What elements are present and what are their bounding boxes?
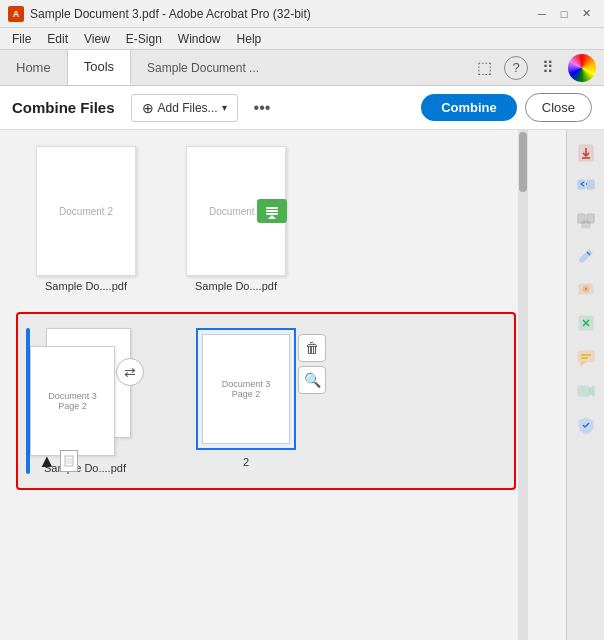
stacked-docs: Document 3 Page 1 Document 3 Page 2 ⇄ — [30, 328, 140, 458]
sidebar-tool-compress[interactable] — [571, 308, 601, 338]
sidebar-tool-export[interactable] — [571, 138, 601, 168]
svg-rect-16 — [582, 221, 590, 228]
tab-document[interactable]: Sample Document ... — [131, 50, 470, 85]
stacked-front-page: Document 3 Page 2 — [30, 346, 115, 456]
tab-bar: Home Tools Sample Document ... ⬚ ? ⠿ — [0, 50, 604, 86]
svg-point-20 — [585, 288, 587, 290]
content-area: Document 2 Sample Do....pdf Document 1 — [0, 130, 604, 640]
close-window-button[interactable]: ✕ — [576, 4, 596, 24]
sidebar-tool-shield[interactable] — [571, 410, 601, 440]
menu-bar: File Edit View E-Sign Window Help — [0, 28, 604, 50]
app-icon: A — [8, 6, 24, 22]
menu-file[interactable]: File — [4, 30, 39, 48]
right-doc-group: Document 3 Page 2 🗑 🔍 2 — [196, 328, 296, 468]
sidebar-tool-scan[interactable] — [571, 274, 601, 304]
scrollbar[interactable] — [518, 130, 528, 640]
cursor-doc-mini — [60, 450, 78, 472]
tab-tools[interactable]: Tools — [68, 50, 131, 85]
svg-rect-0 — [266, 207, 278, 209]
extract-icon[interactable] — [257, 199, 287, 223]
swap-button[interactable]: ⇄ — [116, 358, 144, 386]
doc-thumbnail-1: Document 2 — [36, 146, 136, 276]
add-files-button[interactable]: ⊕ Add Files... ▾ — [131, 94, 238, 122]
doc-label-2: Sample Do....pdf — [195, 280, 277, 292]
main-content: Document 2 Sample Do....pdf Document 1 — [0, 130, 566, 640]
doc-card-1[interactable]: Document 2 Sample Do....pdf — [36, 146, 136, 292]
action-icons: 🗑 🔍 — [298, 334, 326, 394]
toolbar: Combine Files ⊕ Add Files... ▾ ••• Combi… — [0, 86, 604, 130]
scrollbar-thumb[interactable] — [519, 132, 527, 192]
sidebar-tool-edit[interactable] — [571, 240, 601, 270]
menu-help[interactable]: Help — [229, 30, 270, 48]
tab-home[interactable]: Home — [0, 50, 68, 85]
svg-rect-27 — [578, 386, 589, 396]
svg-rect-24 — [578, 351, 594, 362]
selected-area: Document 3 Page 1 Document 3 Page 2 ⇄ Sa… — [16, 312, 516, 490]
svg-rect-2 — [266, 213, 278, 215]
window-controls: ─ □ ✕ — [532, 4, 596, 24]
title-bar-text: Sample Document 3.pdf - Adobe Acrobat Pr… — [30, 7, 532, 21]
minimize-button[interactable]: ─ — [532, 4, 552, 24]
doc-card-2[interactable]: Document 1 Sample Do....pdf — [186, 146, 286, 292]
menu-window[interactable]: Window — [170, 30, 229, 48]
menu-esign[interactable]: E-Sign — [118, 30, 170, 48]
add-files-icon: ⊕ — [142, 100, 154, 116]
cursor-area: ▲ — [38, 450, 78, 472]
add-files-label: Add Files... — [158, 101, 218, 115]
maximize-button[interactable]: □ — [554, 4, 574, 24]
menu-edit[interactable]: Edit — [39, 30, 76, 48]
help-icon[interactable]: ? — [504, 56, 528, 80]
doc-thumbnail-2: Document 1 — [186, 146, 286, 276]
right-doc-text: Document 3 Page 2 — [222, 379, 271, 399]
tab-bar-right: ⬚ ? ⠿ — [470, 50, 604, 85]
svg-rect-12 — [587, 180, 594, 189]
right-sidebar — [566, 130, 604, 640]
sidebar-tool-combine[interactable] — [571, 206, 601, 236]
add-files-chevron: ▾ — [222, 102, 227, 113]
combine-button[interactable]: Combine — [421, 94, 517, 121]
more-options-button[interactable]: ••• — [246, 94, 279, 122]
sidebar-tool-chat[interactable] — [571, 342, 601, 372]
svg-rect-1 — [266, 210, 278, 212]
doc-label-1: Sample Do....pdf — [45, 280, 127, 292]
grid-icon[interactable]: ⠿ — [534, 54, 562, 82]
title-bar: A Sample Document 3.pdf - Adobe Acrobat … — [0, 0, 604, 28]
docs-row: Document 2 Sample Do....pdf Document 1 — [16, 146, 516, 292]
toolbar-title: Combine Files — [12, 99, 115, 116]
profile-icon[interactable] — [568, 54, 596, 82]
delete-button[interactable]: 🗑 — [298, 334, 326, 362]
sidebar-tool-video[interactable] — [571, 376, 601, 406]
doc-thumb-text-1: Document 2 — [59, 206, 113, 217]
sidebar-tool-organize[interactable] — [571, 172, 601, 202]
share-icon[interactable]: ⬚ — [470, 54, 498, 82]
page-number: 2 — [243, 456, 249, 468]
menu-view[interactable]: View — [76, 30, 118, 48]
close-toolbar-button[interactable]: Close — [525, 93, 592, 122]
stacked-front-text: Document 3 Page 2 — [48, 391, 97, 411]
right-doc-thumbnail: Document 3 Page 2 — [202, 334, 290, 444]
doc-thumb-text-2: Document 1 — [209, 206, 263, 217]
zoom-button[interactable]: 🔍 — [298, 366, 326, 394]
cursor-icon: ▲ — [38, 451, 56, 472]
right-doc-wrapper: Document 3 Page 2 🗑 🔍 — [196, 328, 296, 450]
svg-marker-3 — [268, 215, 276, 219]
